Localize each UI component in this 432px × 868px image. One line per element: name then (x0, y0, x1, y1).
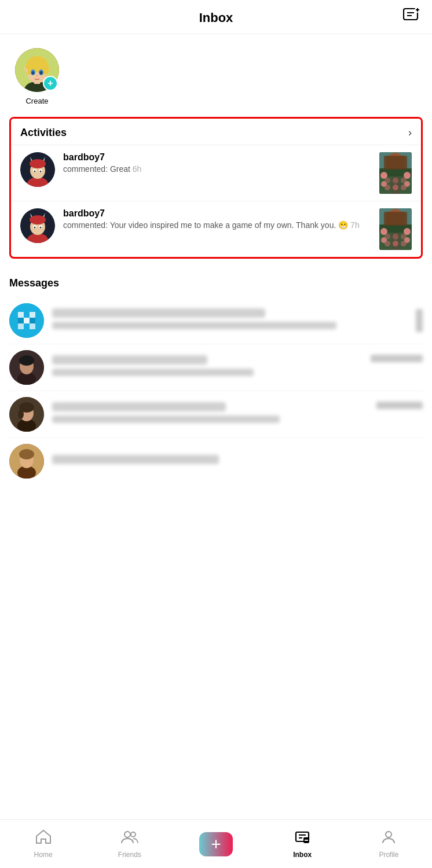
nav-item-home[interactable]: Home (0, 825, 86, 863)
svg-point-81 (19, 449, 34, 459)
message-preview-blur-1 (52, 322, 336, 329)
home-icon (35, 829, 52, 848)
message-preview-blur-3 (52, 415, 280, 423)
nav-label-friends: Friends (118, 851, 141, 859)
svg-point-47 (34, 227, 36, 229)
activity-content-1: bardboy7 commented: Great 6h (63, 152, 371, 175)
story-avatar-wrapper: + (15, 48, 59, 92)
svg-rect-64 (24, 318, 30, 323)
nav-label-inbox: Inbox (293, 851, 312, 859)
svg-rect-61 (24, 312, 30, 318)
svg-rect-65 (30, 318, 35, 323)
message-time-blur-3 (376, 402, 423, 409)
activity-time-2: 7h (350, 220, 360, 230)
story-plus-badge: + (43, 76, 58, 91)
activity-avatar-2 (20, 208, 55, 243)
nav-item-create[interactable]: + (173, 827, 259, 861)
friends-icon (120, 829, 139, 848)
svg-point-57 (404, 237, 410, 243)
activity-thumbnail-2[interactable] (379, 208, 412, 250)
svg-point-89 (386, 832, 391, 837)
nav-item-friends[interactable]: Friends (86, 825, 173, 863)
message-content-1 (52, 308, 408, 333)
svg-point-55 (404, 228, 411, 235)
svg-point-35 (404, 172, 411, 179)
story-create-item[interactable]: + Create (14, 48, 60, 105)
activity-username-2: bardboy7 (63, 208, 371, 219)
svg-point-48 (40, 227, 42, 229)
activities-chevron-icon[interactable]: › (408, 127, 412, 139)
messages-title: Messages (9, 270, 423, 297)
message-item-2[interactable] (9, 344, 423, 391)
svg-point-82 (125, 832, 130, 837)
activity-thumbnail-1[interactable] (379, 152, 412, 194)
activity-item[interactable]: bardboy7 commented: Great 6h (11, 145, 421, 201)
svg-point-54 (380, 228, 387, 235)
svg-point-28 (40, 171, 42, 172)
svg-rect-66 (18, 323, 24, 329)
message-avatar-4 (9, 444, 44, 479)
message-time-blur-2 (371, 355, 423, 362)
story-section: + Create (0, 34, 432, 117)
header: Inbox (0, 0, 432, 34)
svg-rect-31 (386, 157, 405, 168)
message-avatar-2 (9, 350, 44, 385)
svg-point-34 (380, 172, 387, 179)
bottom-nav: Home Friends + (0, 819, 432, 868)
svg-point-83 (131, 832, 136, 837)
message-avatar-3 (9, 397, 44, 432)
message-name-blur-1 (52, 308, 265, 318)
activity-username-1: bardboy7 (63, 152, 371, 163)
story-label: Create (25, 97, 48, 105)
svg-point-36 (381, 181, 387, 187)
message-time-blur-1 (416, 309, 423, 332)
svg-point-24 (30, 159, 46, 168)
messages-section: Messages (0, 270, 432, 484)
svg-rect-51 (386, 213, 405, 225)
activity-text-1: commented: Great 6h (63, 164, 371, 175)
svg-point-37 (404, 181, 410, 187)
message-preview-blur-2 (52, 369, 254, 376)
message-item-1[interactable] (9, 297, 423, 344)
activities-header: Activities › (11, 119, 421, 145)
svg-rect-60 (18, 312, 24, 318)
message-content-4 (52, 455, 423, 468)
message-content-2 (52, 355, 363, 380)
svg-point-16 (32, 71, 35, 75)
svg-rect-67 (24, 323, 30, 329)
svg-point-77 (18, 410, 24, 419)
inbox-icon (294, 829, 310, 848)
svg-rect-63 (18, 318, 24, 323)
page-title: Inbox (199, 10, 233, 25)
nav-item-profile[interactable]: Profile (346, 825, 432, 863)
activity-avatar-1 (20, 152, 55, 187)
nav-label-home: Home (34, 851, 53, 859)
create-plus-button[interactable]: + (199, 832, 233, 856)
svg-point-72 (19, 355, 34, 366)
activity-item-2[interactable]: bardboy7 commented: Your video inspired … (11, 201, 421, 257)
svg-rect-58 (391, 233, 400, 250)
svg-point-44 (30, 215, 46, 225)
message-name-blur-3 (52, 402, 226, 411)
message-item-3[interactable] (9, 391, 423, 438)
activities-title: Activities (20, 127, 67, 139)
svg-point-18 (36, 75, 38, 77)
compose-icon[interactable] (403, 7, 420, 27)
svg-point-27 (34, 171, 36, 172)
svg-rect-68 (30, 323, 35, 329)
nav-label-profile: Profile (379, 851, 398, 859)
message-content-3 (52, 402, 368, 427)
activity-text-2: commented: Your video inspired me to mak… (63, 220, 371, 231)
svg-rect-38 (391, 176, 400, 194)
nav-item-inbox[interactable]: Inbox (259, 825, 346, 863)
message-item-4[interactable] (9, 438, 423, 484)
svg-point-56 (381, 237, 387, 243)
message-name-blur-4 (52, 455, 219, 464)
message-avatar-1 (9, 303, 44, 338)
profile-icon (381, 829, 396, 848)
activity-content-2: bardboy7 commented: Your video inspired … (63, 208, 371, 231)
activities-section: Activities › (9, 117, 423, 259)
svg-rect-62 (30, 312, 35, 318)
message-name-blur-2 (52, 355, 207, 365)
